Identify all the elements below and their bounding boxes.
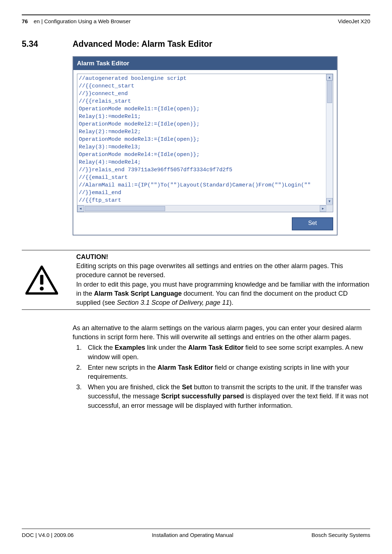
page-footer: DOC | V4.0 | 2009.06 Installation and Op… [22, 531, 370, 539]
page-number: 76 [22, 18, 28, 24]
footer-left: DOC | V4.0 | 2009.06 [22, 531, 74, 539]
body-paragraph: As an alternative to the alarm settings … [73, 324, 370, 342]
horizontal-scrollbar[interactable]: ◂ ▸ [77, 205, 326, 212]
step-3: When you are finished, click the Set but… [83, 383, 370, 410]
scroll-right-icon[interactable]: ▸ [320, 205, 326, 212]
vertical-scroll-thumb[interactable] [327, 81, 332, 103]
scroll-down-icon[interactable]: ▾ [326, 198, 333, 205]
horizontal-scroll-thumb[interactable] [85, 206, 165, 211]
caution-title: CAUTION! [76, 253, 370, 262]
caution-line-1: Editing scripts on this page overwrites … [76, 262, 370, 280]
header-right-text: VideoJet X20 [338, 17, 370, 25]
header-left-text: en | Configuration Using a Web Browser [34, 18, 131, 24]
script-textarea[interactable]: //autogenerated boolengine script //{{co… [77, 74, 333, 212]
script-code[interactable]: //autogenerated boolengine script //{{co… [79, 75, 325, 204]
section-number: 5.34 [22, 38, 73, 50]
svg-rect-1 [40, 275, 44, 284]
vertical-scrollbar[interactable]: ▴ ▾ [326, 74, 333, 205]
scroll-up-icon[interactable]: ▴ [326, 74, 333, 81]
step-1: Click the Examples link under the Alarm … [83, 343, 370, 361]
page-header: 76 en | Configuration Using a Web Browse… [22, 17, 370, 25]
scrollbar-corner [326, 205, 333, 212]
editor-titlebar: Alarm Task Editor [73, 57, 337, 70]
scroll-left-icon[interactable]: ◂ [77, 205, 84, 212]
section-title: Advanced Mode: Alarm Task Editor [73, 38, 212, 50]
set-button[interactable]: Set [292, 217, 333, 230]
step-2: Enter new scripts in the Alarm Task Edit… [83, 363, 370, 381]
alarm-task-editor-panel: Alarm Task Editor //autogenerated boolen… [73, 56, 338, 235]
caution-icon [22, 253, 76, 307]
caution-line-2: In order to edit this page, you must hav… [76, 280, 370, 308]
svg-point-2 [40, 287, 44, 291]
footer-right: Bosch Security Systems [311, 531, 370, 539]
footer-center: Installation and Operating Manual [152, 531, 233, 539]
